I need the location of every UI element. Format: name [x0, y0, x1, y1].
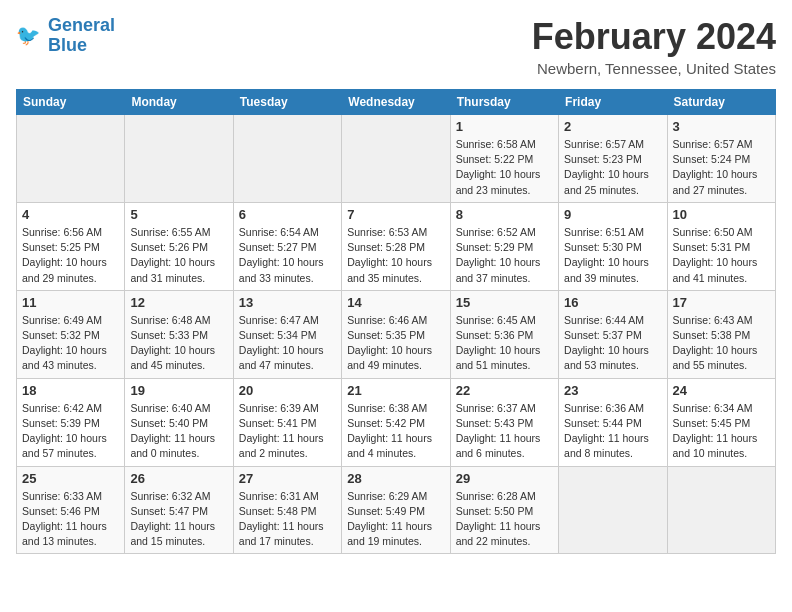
calendar-cell: 20Sunrise: 6:39 AMSunset: 5:41 PMDayligh… [233, 378, 341, 466]
day-info: Sunrise: 6:54 AMSunset: 5:27 PMDaylight:… [239, 225, 336, 286]
day-info: Sunrise: 6:57 AMSunset: 5:23 PMDaylight:… [564, 137, 661, 198]
calendar-cell: 17Sunrise: 6:43 AMSunset: 5:38 PMDayligh… [667, 290, 775, 378]
day-info: Sunrise: 6:34 AMSunset: 5:45 PMDaylight:… [673, 401, 770, 462]
day-info: Sunrise: 6:50 AMSunset: 5:31 PMDaylight:… [673, 225, 770, 286]
day-info: Sunrise: 6:57 AMSunset: 5:24 PMDaylight:… [673, 137, 770, 198]
location-title: Newbern, Tennessee, United States [532, 60, 776, 77]
day-number: 27 [239, 471, 336, 486]
day-info: Sunrise: 6:45 AMSunset: 5:36 PMDaylight:… [456, 313, 553, 374]
day-number: 6 [239, 207, 336, 222]
day-info: Sunrise: 6:32 AMSunset: 5:47 PMDaylight:… [130, 489, 227, 550]
calendar-cell [559, 466, 667, 554]
calendar-cell: 5Sunrise: 6:55 AMSunset: 5:26 PMDaylight… [125, 202, 233, 290]
day-info: Sunrise: 6:56 AMSunset: 5:25 PMDaylight:… [22, 225, 119, 286]
day-info: Sunrise: 6:40 AMSunset: 5:40 PMDaylight:… [130, 401, 227, 462]
calendar-cell: 3Sunrise: 6:57 AMSunset: 5:24 PMDaylight… [667, 115, 775, 203]
weekday-header-wednesday: Wednesday [342, 90, 450, 115]
day-info: Sunrise: 6:38 AMSunset: 5:42 PMDaylight:… [347, 401, 444, 462]
weekday-header-thursday: Thursday [450, 90, 558, 115]
calendar-cell: 18Sunrise: 6:42 AMSunset: 5:39 PMDayligh… [17, 378, 125, 466]
day-info: Sunrise: 6:49 AMSunset: 5:32 PMDaylight:… [22, 313, 119, 374]
calendar-cell: 29Sunrise: 6:28 AMSunset: 5:50 PMDayligh… [450, 466, 558, 554]
calendar-cell: 28Sunrise: 6:29 AMSunset: 5:49 PMDayligh… [342, 466, 450, 554]
day-info: Sunrise: 6:36 AMSunset: 5:44 PMDaylight:… [564, 401, 661, 462]
calendar-cell: 9Sunrise: 6:51 AMSunset: 5:30 PMDaylight… [559, 202, 667, 290]
calendar-cell: 10Sunrise: 6:50 AMSunset: 5:31 PMDayligh… [667, 202, 775, 290]
weekday-header-sunday: Sunday [17, 90, 125, 115]
day-info: Sunrise: 6:37 AMSunset: 5:43 PMDaylight:… [456, 401, 553, 462]
day-number: 28 [347, 471, 444, 486]
logo-bird-icon: 🐦 [16, 22, 44, 50]
day-info: Sunrise: 6:31 AMSunset: 5:48 PMDaylight:… [239, 489, 336, 550]
day-number: 17 [673, 295, 770, 310]
calendar-cell: 16Sunrise: 6:44 AMSunset: 5:37 PMDayligh… [559, 290, 667, 378]
day-number: 3 [673, 119, 770, 134]
month-title: February 2024 [532, 16, 776, 58]
calendar-cell: 12Sunrise: 6:48 AMSunset: 5:33 PMDayligh… [125, 290, 233, 378]
day-info: Sunrise: 6:44 AMSunset: 5:37 PMDaylight:… [564, 313, 661, 374]
day-info: Sunrise: 6:51 AMSunset: 5:30 PMDaylight:… [564, 225, 661, 286]
weekday-header-tuesday: Tuesday [233, 90, 341, 115]
weekday-header-friday: Friday [559, 90, 667, 115]
calendar-cell: 11Sunrise: 6:49 AMSunset: 5:32 PMDayligh… [17, 290, 125, 378]
calendar-cell: 6Sunrise: 6:54 AMSunset: 5:27 PMDaylight… [233, 202, 341, 290]
calendar-cell: 1Sunrise: 6:58 AMSunset: 5:22 PMDaylight… [450, 115, 558, 203]
day-info: Sunrise: 6:48 AMSunset: 5:33 PMDaylight:… [130, 313, 227, 374]
day-number: 5 [130, 207, 227, 222]
day-number: 21 [347, 383, 444, 398]
calendar-cell [233, 115, 341, 203]
day-info: Sunrise: 6:42 AMSunset: 5:39 PMDaylight:… [22, 401, 119, 462]
day-number: 10 [673, 207, 770, 222]
day-number: 20 [239, 383, 336, 398]
day-number: 24 [673, 383, 770, 398]
day-info: Sunrise: 6:53 AMSunset: 5:28 PMDaylight:… [347, 225, 444, 286]
day-number: 8 [456, 207, 553, 222]
day-info: Sunrise: 6:39 AMSunset: 5:41 PMDaylight:… [239, 401, 336, 462]
calendar-cell: 8Sunrise: 6:52 AMSunset: 5:29 PMDaylight… [450, 202, 558, 290]
day-number: 23 [564, 383, 661, 398]
day-number: 29 [456, 471, 553, 486]
day-info: Sunrise: 6:46 AMSunset: 5:35 PMDaylight:… [347, 313, 444, 374]
day-number: 9 [564, 207, 661, 222]
calendar-cell: 23Sunrise: 6:36 AMSunset: 5:44 PMDayligh… [559, 378, 667, 466]
logo: 🐦 General Blue [16, 16, 115, 56]
calendar-cell: 2Sunrise: 6:57 AMSunset: 5:23 PMDaylight… [559, 115, 667, 203]
day-number: 15 [456, 295, 553, 310]
calendar-cell: 22Sunrise: 6:37 AMSunset: 5:43 PMDayligh… [450, 378, 558, 466]
calendar-cell [17, 115, 125, 203]
weekday-header-monday: Monday [125, 90, 233, 115]
page-header: 🐦 General Blue February 2024 Newbern, Te… [16, 16, 776, 77]
calendar-cell [125, 115, 233, 203]
day-info: Sunrise: 6:52 AMSunset: 5:29 PMDaylight:… [456, 225, 553, 286]
day-info: Sunrise: 6:47 AMSunset: 5:34 PMDaylight:… [239, 313, 336, 374]
day-number: 22 [456, 383, 553, 398]
calendar-cell: 15Sunrise: 6:45 AMSunset: 5:36 PMDayligh… [450, 290, 558, 378]
weekday-header-saturday: Saturday [667, 90, 775, 115]
day-info: Sunrise: 6:43 AMSunset: 5:38 PMDaylight:… [673, 313, 770, 374]
day-number: 4 [22, 207, 119, 222]
day-number: 14 [347, 295, 444, 310]
day-number: 2 [564, 119, 661, 134]
day-number: 18 [22, 383, 119, 398]
calendar-cell: 4Sunrise: 6:56 AMSunset: 5:25 PMDaylight… [17, 202, 125, 290]
day-number: 16 [564, 295, 661, 310]
day-number: 25 [22, 471, 119, 486]
day-info: Sunrise: 6:28 AMSunset: 5:50 PMDaylight:… [456, 489, 553, 550]
day-number: 19 [130, 383, 227, 398]
day-number: 7 [347, 207, 444, 222]
calendar-cell: 27Sunrise: 6:31 AMSunset: 5:48 PMDayligh… [233, 466, 341, 554]
title-area: February 2024 Newbern, Tennessee, United… [532, 16, 776, 77]
logo-text: General Blue [48, 16, 115, 56]
day-number: 12 [130, 295, 227, 310]
day-number: 11 [22, 295, 119, 310]
calendar-table: SundayMondayTuesdayWednesdayThursdayFrid… [16, 89, 776, 554]
calendar-cell [667, 466, 775, 554]
calendar-cell: 25Sunrise: 6:33 AMSunset: 5:46 PMDayligh… [17, 466, 125, 554]
day-info: Sunrise: 6:55 AMSunset: 5:26 PMDaylight:… [130, 225, 227, 286]
calendar-cell: 24Sunrise: 6:34 AMSunset: 5:45 PMDayligh… [667, 378, 775, 466]
calendar-cell [342, 115, 450, 203]
day-number: 26 [130, 471, 227, 486]
day-info: Sunrise: 6:29 AMSunset: 5:49 PMDaylight:… [347, 489, 444, 550]
calendar-cell: 26Sunrise: 6:32 AMSunset: 5:47 PMDayligh… [125, 466, 233, 554]
day-number: 1 [456, 119, 553, 134]
